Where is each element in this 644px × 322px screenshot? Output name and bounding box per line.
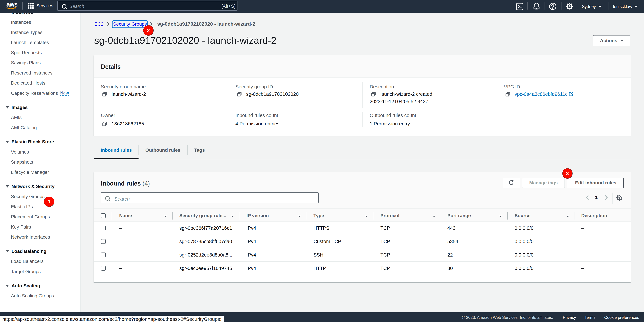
svg-text:aws: aws — [6, 1, 18, 8]
